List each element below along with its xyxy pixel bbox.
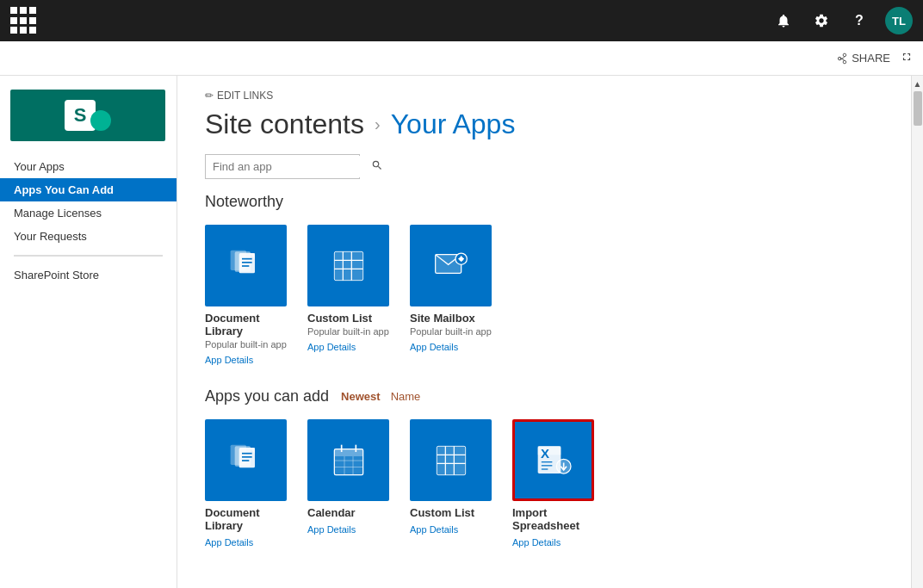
addable-doc-lib-name: Document Library — [205, 506, 287, 532]
help-icon[interactable]: ? — [847, 9, 871, 33]
site-logo: S — [10, 90, 165, 141]
share-bar: SHARE — [0, 41, 923, 76]
sort-controls: Apps you can add Newest Name — [205, 387, 883, 405]
custom-list-details-link[interactable]: App Details — [307, 342, 356, 352]
sidebar-nav: Your Apps Apps You Can Add Manage Licens… — [0, 155, 177, 287]
site-mailbox-details-link[interactable]: App Details — [410, 342, 458, 352]
app-card-document-library[interactable]: Document Library Popular built-in app Ap… — [205, 225, 287, 367]
sidebar: S Your Apps Apps You Can Add Manage Lice… — [0, 76, 177, 588]
sidebar-item-sharepoint-store[interactable]: SharePoint Store — [0, 263, 177, 287]
notifications-icon[interactable] — [771, 9, 796, 33]
sort-newest-link[interactable]: Newest — [338, 390, 384, 403]
pencil-icon: ✏ — [205, 90, 214, 102]
addable-calendar-name: Calendar — [307, 506, 389, 519]
addable-custom-list-details-link[interactable]: App Details — [410, 524, 458, 535]
addable-custom-list-name: Custom List — [410, 506, 492, 519]
user-avatar[interactable]: TL — [885, 7, 913, 34]
search-container — [177, 147, 911, 193]
custom-list-name: Custom List — [307, 312, 389, 325]
addable-import-spreadsheet-icon: X — [512, 419, 594, 501]
addable-app-card-document-library[interactable]: Document Library App Details — [205, 419, 287, 549]
search-button[interactable] — [364, 155, 390, 178]
site-mailbox-icon — [410, 225, 492, 306]
sidebar-item-your-requests[interactable]: Your Requests — [0, 225, 177, 248]
scrollbar-thumb[interactable] — [914, 91, 922, 126]
addable-calendar-details-link[interactable]: App Details — [307, 524, 356, 535]
top-nav-bar: ? TL — [0, 0, 923, 41]
content-header: ✏ EDIT LINKS Site contents › Your Apps — [177, 76, 911, 147]
addable-app-grid: Document Library App Details — [205, 419, 883, 549]
noteworthy-app-grid: Document Library Popular built-in app Ap… — [205, 225, 883, 367]
app-card-site-mailbox[interactable]: Site Mailbox Popular built-in app App De… — [410, 225, 492, 367]
share-label: SHARE — [852, 52, 890, 65]
addable-document-library-icon — [205, 419, 287, 501]
doc-lib-subtitle: Popular built-in app — [205, 339, 287, 350]
share-button[interactable]: SHARE — [836, 52, 890, 65]
apps-you-can-add-section: Apps you can add Newest Name — [177, 387, 911, 570]
document-library-icon — [205, 225, 287, 306]
sort-name-link[interactable]: Name — [387, 390, 424, 403]
svg-rect-23 — [334, 449, 362, 455]
addable-calendar-icon — [307, 419, 389, 501]
site-mailbox-name: Site Mailbox — [410, 312, 492, 325]
sidebar-divider — [14, 255, 163, 257]
addable-app-card-calendar[interactable]: Calendar App Details — [307, 419, 389, 549]
breadcrumb-current: Your Apps — [391, 108, 516, 140]
doc-lib-name: Document Library — [205, 312, 287, 337]
addable-doc-lib-details-link[interactable]: App Details — [205, 537, 253, 548]
addable-custom-list-icon — [410, 419, 492, 501]
edit-links-button[interactable]: ✏ EDIT LINKS — [205, 90, 883, 102]
apps-you-can-add-title: Apps you can add — [205, 387, 329, 405]
svg-text:X: X — [541, 445, 549, 460]
settings-icon[interactable] — [809, 9, 833, 33]
addable-import-spreadsheet-name: Import Spreadsheet — [512, 506, 594, 532]
addable-app-card-import-spreadsheet[interactable]: X Import Spreadsheet App Details — [512, 419, 594, 549]
noteworthy-title: Noteworthy — [205, 193, 883, 211]
sidebar-item-manage-licenses[interactable]: Manage Licenses — [0, 201, 177, 225]
sidebar-item-apps-you-can-add[interactable]: Apps You Can Add — [0, 178, 177, 201]
page-title: Site contents › Your Apps — [205, 108, 883, 140]
edit-links-label: EDIT LINKS — [217, 90, 273, 102]
scrollbar-up-arrow[interactable]: ▲ — [912, 77, 924, 90]
breadcrumb-separator: › — [375, 115, 381, 134]
custom-list-subtitle: Popular built-in app — [307, 326, 389, 337]
search-input[interactable] — [206, 156, 364, 177]
main-container: S Your Apps Apps You Can Add Manage Lice… — [0, 76, 923, 588]
svg-point-15 — [459, 257, 463, 261]
breadcrumb-root: Site contents — [205, 108, 364, 140]
fullscreen-button[interactable] — [901, 51, 913, 66]
svg-rect-30 — [437, 446, 465, 474]
addable-app-card-custom-list[interactable]: Custom List App Details — [410, 419, 492, 549]
app-launcher-button[interactable] — [10, 7, 38, 34]
app-card-custom-list[interactable]: Custom List Popular built-in app App Det… — [307, 225, 389, 367]
doc-lib-details-link[interactable]: App Details — [205, 355, 253, 365]
addable-import-spreadsheet-details-link[interactable]: App Details — [512, 537, 561, 548]
site-mailbox-subtitle: Popular built-in app — [410, 326, 492, 337]
svg-rect-6 — [334, 251, 362, 280]
sidebar-item-your-apps[interactable]: Your Apps — [0, 155, 177, 178]
search-box — [205, 154, 360, 179]
noteworthy-section: Noteworthy — [177, 193, 911, 387]
content-area: ✏ EDIT LINKS Site contents › Your Apps N… — [177, 76, 911, 588]
custom-list-icon — [307, 225, 389, 306]
scrollbar-track: ▲ — [911, 76, 923, 588]
